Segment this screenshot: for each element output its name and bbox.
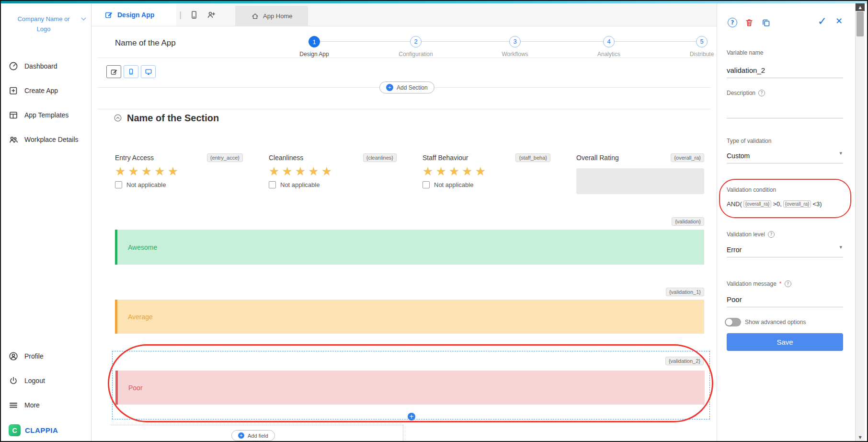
sidebar-item-label: Logout (24, 377, 45, 384)
banner-label: Awesome (128, 244, 157, 251)
topbar: Design App | App Home (91, 3, 717, 26)
variable-tag: {staff_beha} (515, 153, 550, 162)
add-section-button[interactable]: + Add Section (379, 81, 434, 93)
sidebar-item-dashboard[interactable]: Dashboard (9, 60, 57, 72)
variable-name-label: Variable name (727, 49, 764, 56)
close-panel-icon[interactable]: ✕ (835, 16, 843, 26)
mobile-icon (127, 68, 135, 75)
step-workflows[interactable]: 3 Workflows (486, 36, 544, 58)
section-title[interactable]: Name of the Section (127, 113, 219, 124)
sidebar-item-more[interactable]: More (9, 399, 40, 411)
show-advanced-toggle[interactable] (725, 318, 741, 326)
help-question-icon[interactable]: ? (758, 90, 765, 96)
company-name-line2: Logo (5, 24, 82, 34)
field-cleanliness[interactable]: Cleanliness {cleanlines} ★★★★★ Not appli… (269, 153, 397, 188)
variable-tag: {overall_ra} (743, 200, 772, 208)
validation-condition-value[interactable]: AND( {overall_ra} >0, {overall_ra} <3) (727, 198, 822, 209)
validation-banner-awesome[interactable]: Awesome (115, 230, 704, 265)
type-of-validation-select[interactable]: Custom ▾ (727, 148, 843, 163)
variable-tag: {cleanlines} (363, 153, 397, 162)
validation-banner-poor[interactable]: Poor (115, 371, 705, 405)
validation-message-label: Validation message * ? (727, 280, 791, 287)
variable-name-input[interactable]: validation_2 (727, 63, 843, 78)
help-question-icon[interactable]: ? (768, 231, 775, 238)
field-overall-rating[interactable]: Overall Rating {overall_ra} (576, 153, 704, 194)
section-header: Name of the Section (114, 111, 219, 125)
star-rating[interactable]: ★★★★★ (423, 165, 550, 178)
star-rating[interactable]: ★★★★★ (269, 165, 397, 178)
overall-rating-input[interactable] (576, 168, 704, 194)
validation-message-input[interactable]: Poor (727, 292, 843, 307)
step-label: Design App (286, 51, 343, 58)
condition-operator: <3) (812, 200, 822, 208)
home-icon (251, 12, 259, 20)
sidebar-item-label: App Templates (24, 111, 69, 119)
desktop-view-button[interactable] (141, 65, 156, 78)
not-applicable-checkbox[interactable] (115, 181, 122, 188)
step-number: 5 (696, 36, 708, 47)
workplace-details-icon (9, 135, 18, 144)
add-section-label: Add Section (397, 84, 428, 91)
collapse-section-icon[interactable] (114, 114, 122, 122)
not-applicable-label: Not applicable (126, 181, 166, 188)
validation-condition-label: Validation condition (727, 186, 776, 193)
field-entry-access[interactable]: Entry Access {entry_acce} ★★★★★ Not appl… (115, 153, 243, 188)
sidebar-item-create-app[interactable]: Create App (9, 84, 58, 97)
edit-mode-button[interactable] (106, 65, 121, 78)
validation-banner-average[interactable]: Average (115, 300, 704, 334)
delete-field-icon[interactable] (744, 18, 754, 27)
preview-toolbar (106, 65, 156, 78)
variable-tag: {validation} (672, 217, 704, 226)
app-window: Company Name or Logo Dashboard Create Ap… (0, 0, 868, 442)
duplicate-field-icon[interactable] (761, 18, 771, 27)
step-number: 4 (603, 36, 615, 47)
description-label: Description ? (727, 90, 765, 96)
step-design-app[interactable]: 1 Design App (286, 36, 343, 58)
step-configuration[interactable]: 2 Configuration (387, 36, 445, 58)
hamburger-menu-icon (9, 400, 18, 410)
step-number: 1 (308, 36, 320, 47)
not-applicable-checkbox[interactable] (423, 181, 430, 188)
save-button[interactable]: Save (727, 333, 843, 351)
star-rating[interactable]: ★★★★★ (115, 165, 243, 178)
sidebar-item-profile[interactable]: Profile (9, 350, 44, 362)
help-question-icon[interactable]: ? (785, 280, 791, 287)
vertical-scrollbar[interactable]: ▲ ▼ (855, 3, 865, 441)
add-field-button[interactable]: + Add field (231, 430, 275, 441)
plus-icon: + (238, 432, 244, 439)
sidebar-item-label: More (24, 401, 40, 409)
sidebar-item-logout[interactable]: Logout (9, 374, 45, 387)
not-applicable-checkbox[interactable] (269, 181, 276, 188)
sidebar-item-workplace-details[interactable]: Workplace Details (9, 133, 79, 146)
add-user-icon[interactable] (206, 10, 216, 20)
app-name-title[interactable]: Name of the App (115, 38, 176, 48)
mobile-view-button[interactable] (124, 65, 138, 78)
validation-level-select[interactable]: Error ▾ (727, 242, 843, 257)
advanced-options-label: Show advanced options (745, 319, 806, 326)
help-icon[interactable]: ? (728, 18, 737, 27)
brand-name: CLAPPIA (25, 426, 58, 434)
selected-field-outline[interactable]: {validation_2} Poor + (112, 351, 710, 419)
tab-app-home[interactable]: App Home (235, 6, 308, 26)
scroll-down-arrow[interactable]: ▼ (856, 433, 865, 441)
tab-label: App Home (263, 12, 292, 20)
type-of-validation-label: Type of validation (727, 138, 771, 144)
chevron-down-icon: ▾ (839, 146, 842, 161)
confirm-check-icon[interactable]: ✓ (818, 16, 827, 26)
clappia-brand: C CLAPPIA (9, 424, 58, 436)
insert-field-plus-button[interactable]: + (408, 413, 415, 420)
field-staff-behaviour[interactable]: Staff Behaviour {staff_beha} ★★★★★ Not a… (423, 153, 550, 188)
company-selector[interactable]: Company Name or Logo (5, 14, 82, 34)
scrollbar-thumb[interactable] (857, 12, 864, 36)
sidebar-item-app-templates[interactable]: App Templates (9, 109, 69, 121)
tab-design-app[interactable]: Design App (91, 3, 176, 26)
field-settings-panel: ? ✓ ✕ Variable name validation_2 Descrip… (717, 3, 855, 441)
step-analytics[interactable]: 4 Analytics (580, 36, 638, 58)
edit-pencil-icon (104, 11, 113, 19)
mobile-preview-icon[interactable] (189, 10, 199, 20)
scroll-up-arrow[interactable]: ▲ (856, 3, 865, 11)
profile-icon (9, 351, 18, 361)
sidebar: Company Name or Logo Dashboard Create Ap… (1, 3, 91, 441)
banner-label: Poor (128, 384, 143, 392)
description-input[interactable] (727, 102, 843, 118)
